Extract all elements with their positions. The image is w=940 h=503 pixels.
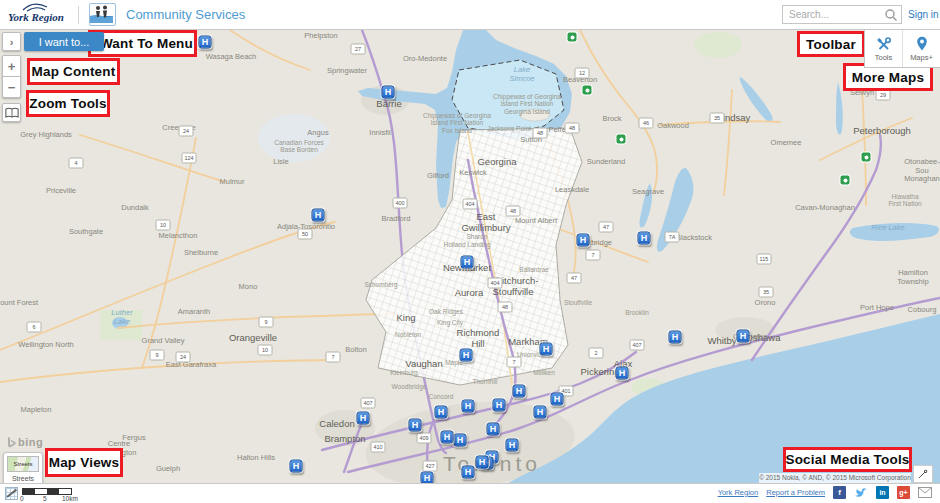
basemap-thumbnail[interactable]: Streets [7,456,39,472]
map-pin-icon [914,36,930,52]
facility-marker[interactable]: H [199,36,212,49]
facility-marker[interactable]: H [460,349,473,362]
email-icon[interactable] [918,487,932,498]
facility-marker[interactable]: H [357,412,370,425]
facility-marker[interactable]: H [462,400,475,413]
georgina-island [520,109,550,121]
facility-marker[interactable]: H [441,431,454,444]
facility-marker[interactable]: H [669,331,682,344]
facility-marker[interactable]: H [638,232,651,245]
twitter-icon[interactable] [854,487,868,499]
facility-marker[interactable]: H [435,406,448,419]
sign-in-link[interactable]: Sign in [908,9,939,20]
plus-icon: + [8,59,16,74]
scale-bar [22,488,72,495]
york-region-link[interactable]: York Region [718,488,759,497]
feedback-icon [918,469,928,479]
first-nation-water [452,60,564,134]
search-icon[interactable] [884,8,898,22]
googleplus-icon[interactable]: g+ [897,486,910,499]
facility-marker[interactable]: H [551,393,564,406]
facility-marker[interactable]: H [540,343,553,356]
tools-button[interactable]: Tools [865,30,902,67]
chevron-right-icon: › [10,36,14,48]
facility-marker[interactable]: H [290,460,303,473]
york-region-logo-text: York Region [8,11,64,23]
linkedin-icon[interactable]: in [876,486,889,499]
bing-flag-icon [7,437,16,448]
scale-tick-5: 5 [43,495,47,502]
minus-icon: − [8,80,16,95]
facility-marker[interactable]: H [476,456,489,469]
map-copyright: © 2015 Nokia, © AND, © 2015 Microsoft Co… [759,473,911,483]
search-box[interactable] [782,5,902,24]
header-bar: York Region Community Services Sign in [0,0,940,30]
zoom-in-button[interactable]: + [2,55,21,77]
facility-marker[interactable]: H [409,419,422,432]
bing-logo: bing [7,436,43,448]
zoom-out-button[interactable]: − [2,76,21,98]
report-problem-link[interactable]: Report a Problem [766,488,825,497]
scale-tick-10: 10km [62,495,78,502]
tools-icon [876,36,892,52]
facility-marker[interactable]: H [577,234,590,247]
basemap-thumb-label: Streets [13,461,32,467]
facility-marker[interactable]: H [382,86,395,99]
community-services-icon [89,3,116,26]
facility-marker[interactable]: H [506,439,519,452]
facility-marker[interactable]: H [493,399,506,412]
facility-marker[interactable]: H [737,330,750,343]
facility-marker[interactable]: H [461,256,474,269]
facility-marker[interactable]: H [462,466,475,479]
map-feedback-button[interactable] [913,465,933,483]
zoom-tools: + − [2,55,21,98]
facility-marker[interactable]: H [454,434,467,447]
book-icon [5,107,19,119]
scale-grid-icon[interactable] [5,487,18,500]
i-want-to-button[interactable]: I want to... [24,32,104,51]
sidebar-collapse-button[interactable]: › [2,32,21,51]
facility-marker[interactable]: H [487,423,500,436]
facility-marker[interactable]: H [513,385,526,398]
page-title: Community Services [126,7,245,22]
scale-tick-0: 0 [20,495,24,502]
tools-label: Tools [875,53,893,62]
facility-marker[interactable]: H [312,209,325,222]
toolbar: Tools Maps+ [864,30,940,68]
basemap-label: Streets [4,475,42,482]
facility-marker[interactable]: H [534,406,547,419]
york-region-logo[interactable]: York Region [8,2,66,28]
search-input[interactable] [783,9,884,20]
header-divider [78,6,79,24]
facebook-icon[interactable]: f [833,486,846,499]
maps-plus-button[interactable]: Maps+ [902,30,940,67]
maps-plus-label: Maps+ [910,53,933,62]
i-want-to-label: I want to... [39,36,90,48]
app-window: Lake SimcoeRice LakeLuther LakeChippewas… [0,0,940,503]
footer-links: York Region Report a Problem f in g+ [718,486,932,499]
map-content-button[interactable] [2,103,21,122]
facility-marker[interactable]: H [616,367,629,380]
